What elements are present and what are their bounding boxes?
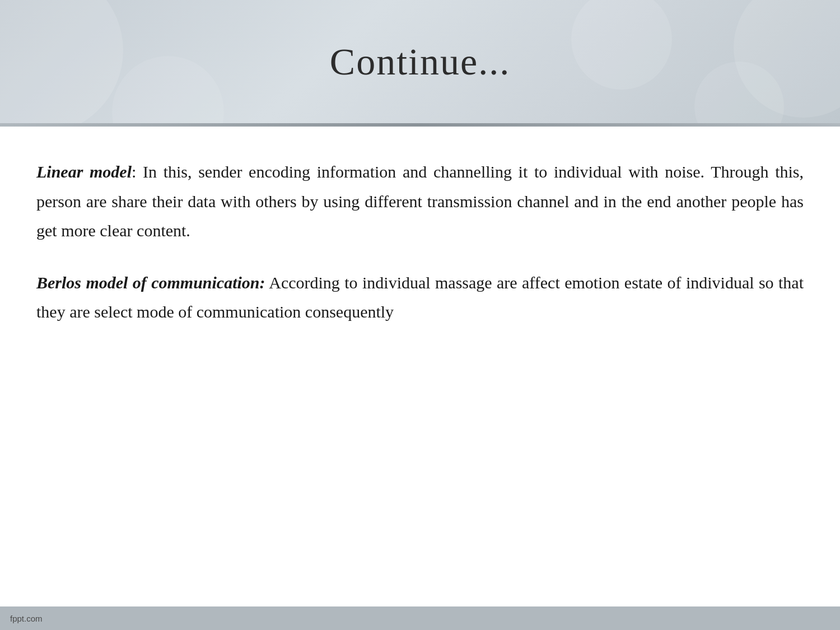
- linear-model-term: Linear model: [36, 162, 132, 181]
- content-section: Linear model: In this, sender encoding i…: [0, 127, 840, 606]
- decorative-circle-1: [112, 56, 224, 123]
- slide-container: Continue... Linear model: In this, sende…: [0, 0, 840, 630]
- content-block-berlos: Berlos model of communication: According…: [36, 268, 804, 327]
- decorative-circle-2: [571, 0, 672, 90]
- slide-title: Continue...: [330, 40, 510, 84]
- content-block-linear: Linear model: In this, sender encoding i…: [36, 157, 804, 246]
- footer-label: fppt.com: [10, 614, 43, 623]
- linear-model-separator: :: [132, 162, 143, 181]
- decorative-circle-3: [694, 62, 784, 123]
- berlos-model-paragraph: Berlos model of communication: According…: [36, 268, 804, 327]
- linear-model-body: In this, sender encoding information and…: [36, 162, 804, 240]
- berlos-model-term: Berlos model of communication:: [36, 273, 265, 292]
- header-section: Continue...: [0, 0, 840, 123]
- linear-model-paragraph: Linear model: In this, sender encoding i…: [36, 157, 804, 246]
- footer-section: fppt.com: [0, 606, 840, 630]
